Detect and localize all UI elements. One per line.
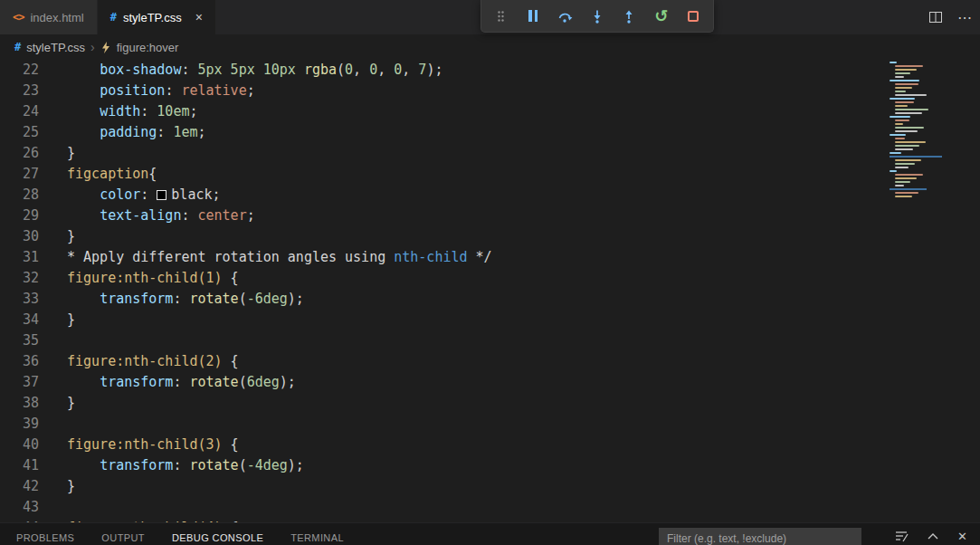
- minimap-line: [890, 130, 942, 132]
- minimap-line: [890, 65, 942, 67]
- minimap-line: [890, 196, 942, 197]
- code-line[interactable]: 33 transform: rotate(-6deg);: [0, 289, 980, 310]
- minimap-line: [890, 101, 942, 103]
- code-line[interactable]: 22 box-shadow: 5px 5px 10px rgba(0, 0, 0…: [0, 60, 980, 81]
- line-number: 30: [0, 226, 39, 247]
- minimap-line: [890, 120, 942, 121]
- line-number: 37: [0, 372, 39, 393]
- line-number: 36: [0, 351, 39, 372]
- minimap-line: [890, 163, 942, 165]
- css-file-icon: #: [110, 11, 117, 24]
- panel-tab-output[interactable]: OUTPUT: [101, 532, 145, 543]
- restart-icon[interactable]: ↺: [651, 5, 672, 27]
- symbol-icon: [100, 42, 111, 53]
- minimap-line: [890, 123, 942, 125]
- debug-filter-input[interactable]: [659, 528, 861, 545]
- code-line[interactable]: 34}: [0, 310, 980, 330]
- minimap-line: [890, 109, 942, 110]
- minimap-line: [890, 167, 942, 168]
- minimap-line: [890, 94, 942, 96]
- code-line[interactable]: 40figure:nth-child(3) {: [0, 435, 980, 455]
- breadcrumb: # styleTP.css › figure:hover: [0, 34, 980, 60]
- more-actions-icon[interactable]: ⋯: [957, 9, 973, 26]
- drag-handle-icon[interactable]: [490, 5, 512, 27]
- step-out-icon[interactable]: [618, 5, 640, 27]
- code-line[interactable]: 30}: [0, 226, 980, 247]
- panel-tab-debug-console[interactable]: DEBUG CONSOLE: [172, 532, 263, 543]
- code-line[interactable]: 39: [0, 414, 980, 435]
- tab-styletp-css[interactable]: # styleTP.css ×: [98, 0, 215, 34]
- panel-tab-problems[interactable]: PROBLEMS: [16, 532, 74, 543]
- clear-console-icon[interactable]: [894, 529, 909, 543]
- pause-icon[interactable]: [522, 5, 544, 27]
- html-file-icon: <>: [13, 11, 24, 24]
- minimap-line: [890, 177, 942, 179]
- tab-label-index-html: index.html: [30, 11, 83, 24]
- line-number: 22: [0, 60, 39, 81]
- maximize-panel-icon[interactable]: [927, 531, 939, 541]
- minimap-line: [890, 80, 942, 81]
- minimap-line: [890, 138, 942, 139]
- step-over-icon[interactable]: [555, 5, 576, 27]
- code-line[interactable]: 25 padding: 1em;: [0, 122, 980, 143]
- code-editor[interactable]: 22 box-shadow: 5px 5px 10px rgba(0, 0, 0…: [0, 60, 980, 522]
- panel-actions: ✕: [894, 529, 967, 543]
- line-number: 34: [0, 310, 39, 330]
- line-number: 23: [0, 81, 39, 101]
- code-line[interactable]: 42}: [0, 476, 980, 497]
- minimap-line: [890, 98, 942, 100]
- code-line[interactable]: 35: [0, 330, 980, 351]
- code-line[interactable]: 36figure:nth-child(2) {: [0, 351, 980, 372]
- minimap-line: [890, 174, 942, 176]
- close-panel-icon[interactable]: ✕: [957, 530, 967, 543]
- code-line[interactable]: 43: [0, 497, 980, 518]
- minimap-line: [890, 145, 942, 147]
- code-line[interactable]: 26}: [0, 143, 980, 164]
- minimap-line: [890, 192, 942, 194]
- line-number: 38: [0, 393, 39, 414]
- minimap-line: [890, 72, 942, 74]
- breadcrumb-symbol[interactable]: figure:hover: [117, 41, 179, 54]
- minimap[interactable]: [890, 62, 942, 199]
- css-file-icon-breadcrumb: #: [14, 41, 21, 53]
- code-line[interactable]: 41 transform: rotate(-4deg);: [0, 455, 980, 476]
- code-line[interactable]: 27figcaption{: [0, 164, 980, 185]
- minimap-line: [890, 91, 942, 92]
- minimap-line: [890, 127, 942, 129]
- code-line[interactable]: 31* Apply different rotation angles usin…: [0, 247, 980, 268]
- code-line[interactable]: 29 text-align: center;: [0, 206, 980, 226]
- line-number: 39: [0, 414, 39, 435]
- close-tab-icon[interactable]: ×: [195, 11, 203, 24]
- minimap-line: [890, 170, 942, 172]
- split-editor-icon[interactable]: [928, 10, 943, 24]
- line-number: 29: [0, 206, 39, 226]
- line-number: 40: [0, 435, 39, 455]
- code-line[interactable]: 28 color: black;: [0, 185, 980, 206]
- line-number: 32: [0, 268, 39, 289]
- breadcrumb-file[interactable]: styleTP.css: [26, 41, 85, 54]
- minimap-line: [890, 156, 942, 158]
- minimap-line: [890, 185, 942, 186]
- minimap-line: [890, 76, 942, 78]
- code-line[interactable]: 24 width: 10em;: [0, 101, 980, 122]
- step-into-icon[interactable]: [586, 5, 608, 27]
- code-lines: 22 box-shadow: 5px 5px 10px rgba(0, 0, 0…: [0, 60, 980, 522]
- debug-toolbar: ↺: [480, 0, 714, 33]
- panel-tab-terminal[interactable]: TERMINAL: [290, 532, 344, 543]
- line-number: 24: [0, 101, 39, 122]
- line-number: 42: [0, 476, 39, 497]
- minimap-line: [890, 181, 942, 183]
- tab-index-html[interactable]: <> index.html: [0, 0, 98, 34]
- line-number: 26: [0, 143, 39, 164]
- code-line[interactable]: 37 transform: rotate(6deg);: [0, 372, 980, 393]
- line-number: 43: [0, 497, 39, 518]
- line-number: 41: [0, 455, 39, 476]
- color-swatch[interactable]: [157, 190, 167, 200]
- minimap-line: [890, 141, 942, 143]
- code-line[interactable]: 23 position: relative;: [0, 81, 980, 101]
- stop-icon[interactable]: [682, 5, 704, 27]
- code-line[interactable]: 32figure:nth-child(1) {: [0, 268, 980, 289]
- minimap-line: [890, 105, 942, 107]
- code-line[interactable]: 38}: [0, 393, 980, 414]
- line-number: 25: [0, 122, 39, 143]
